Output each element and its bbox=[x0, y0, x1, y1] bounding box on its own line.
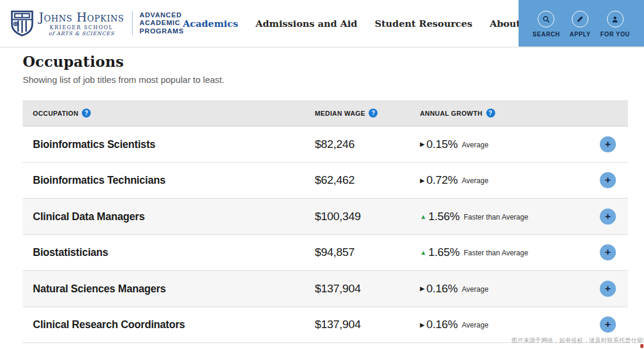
table-row: Clinical Data Managers$100,349▲1.56%Fast… bbox=[23, 199, 628, 235]
person-icon bbox=[607, 11, 624, 27]
median-wage-value: $82,246 bbox=[315, 138, 355, 151]
nav-admissions-and-aid[interactable]: Admissions and Aid bbox=[256, 18, 358, 29]
growth-label: Faster than Average bbox=[464, 249, 528, 257]
plus-icon: + bbox=[605, 283, 611, 293]
expand-row-button[interactable]: + bbox=[600, 280, 616, 297]
page-subtitle: Showing list of job titles from most pop… bbox=[23, 75, 621, 85]
for-you-button[interactable]: FOR YOU bbox=[600, 9, 630, 38]
table-header-row: OCCUPATION ? MEDIAN WAGE ? ANNUAL GROWTH… bbox=[23, 100, 628, 126]
annual-growth-cell: ▶0.72%Average bbox=[420, 174, 489, 187]
jhu-shield-icon bbox=[11, 10, 33, 36]
annual-growth-cell: ▶0.16%Average bbox=[420, 282, 489, 295]
main-nav: Academics Admissions and Aid Student Res… bbox=[183, 0, 520, 47]
column-header-occupation: OCCUPATION ? bbox=[33, 100, 91, 126]
trend-flat-icon: ▶ bbox=[420, 322, 425, 328]
help-icon[interactable]: ? bbox=[369, 109, 378, 118]
logo-school-line1: KRIEGER SCHOOL bbox=[39, 24, 124, 30]
watermark: 图片来源于网络，如有侵权，请及时联系托普仕留学删除 bbox=[511, 336, 644, 345]
table-row: Bioinformatics Scientists$82,246▶0.15%Av… bbox=[23, 126, 628, 163]
search-button[interactable]: SEARCH bbox=[533, 9, 560, 38]
expand-row-button[interactable]: + bbox=[600, 317, 616, 333]
trend-flat-icon: ▶ bbox=[420, 141, 425, 147]
table-row: Bioinformatics Technicians$62,462▶0.72%A… bbox=[23, 163, 628, 199]
plus-icon: + bbox=[605, 138, 611, 149]
pencil-icon bbox=[572, 11, 588, 27]
column-header-annual-growth: ANNUAL GROWTH ? bbox=[420, 100, 495, 126]
main-content: Occupations Showing list of job titles f… bbox=[0, 54, 644, 343]
growth-label: Faster than Average bbox=[464, 213, 528, 221]
median-wage-value: $94,857 bbox=[315, 246, 355, 259]
median-wage-value: $100,349 bbox=[315, 210, 361, 223]
growth-percent: 0.16% bbox=[427, 282, 458, 295]
help-icon[interactable]: ? bbox=[82, 109, 91, 118]
watermark-logo-mark bbox=[640, 344, 643, 348]
growth-percent: 1.65% bbox=[428, 246, 459, 259]
occupation-name[interactable]: Bioinformatics Technicians bbox=[33, 174, 165, 187]
occupation-name[interactable]: Clinical Data Managers bbox=[33, 210, 145, 223]
trend-up-icon: ▲ bbox=[420, 213, 427, 220]
median-wage-value: $62,462 bbox=[315, 174, 355, 187]
expand-row-button[interactable]: + bbox=[600, 172, 616, 189]
for-you-label: FOR YOU bbox=[600, 31, 630, 38]
occupation-name[interactable]: Clinical Research Coordinators bbox=[33, 319, 185, 331]
apply-label: APPLY bbox=[569, 31, 590, 38]
plus-icon: + bbox=[605, 319, 611, 329]
page-title: Occupations bbox=[23, 54, 621, 70]
nav-student-resources[interactable]: Student Resources bbox=[375, 18, 472, 29]
occupation-name[interactable]: Natural Sciences Managers bbox=[33, 282, 166, 295]
search-label: SEARCH bbox=[533, 31, 560, 38]
plus-icon: + bbox=[605, 247, 611, 257]
apply-button[interactable]: APPLY bbox=[569, 9, 590, 38]
occupation-name[interactable]: Bioinformatics Scientists bbox=[33, 138, 155, 150]
table-row: Biostatisticians$94,857▲1.65%Faster than… bbox=[23, 235, 628, 271]
median-wage-value: $137,904 bbox=[315, 318, 361, 331]
utility-bar: SEARCH APPLY FOR YOU bbox=[519, 0, 644, 47]
logo-wordmark: Johns Hopkins bbox=[39, 11, 124, 24]
median-wage-value: $137,904 bbox=[315, 282, 361, 295]
occupations-table: OCCUPATION ? MEDIAN WAGE ? ANNUAL GROWTH… bbox=[23, 100, 628, 343]
column-header-median-wage: MEDIAN WAGE ? bbox=[315, 100, 378, 126]
table-body: Bioinformatics Scientists$82,246▶0.15%Av… bbox=[23, 126, 628, 343]
trend-flat-icon: ▶ bbox=[420, 285, 425, 292]
trend-up-icon: ▲ bbox=[420, 249, 427, 256]
expand-row-button[interactable]: + bbox=[600, 208, 616, 224]
page: Johns Hopkins KRIEGER SCHOOL of ARTS & S… bbox=[0, 0, 644, 349]
jhu-logo[interactable]: Johns Hopkins KRIEGER SCHOOL of ARTS & S… bbox=[11, 10, 184, 36]
occupation-name[interactable]: Biostatisticians bbox=[33, 246, 108, 259]
nav-academics[interactable]: Academics bbox=[183, 18, 238, 29]
logo-text: Johns Hopkins KRIEGER SCHOOL of ARTS & S… bbox=[39, 11, 124, 36]
annual-growth-cell: ▶0.16%Average bbox=[420, 318, 489, 331]
plus-icon: + bbox=[605, 175, 611, 185]
growth-percent: 0.15% bbox=[427, 138, 458, 151]
nav-about[interactable]: About bbox=[490, 18, 521, 29]
annual-growth-cell: ▲1.65%Faster than Average bbox=[420, 246, 528, 259]
table-row: Natural Sciences Managers$137,904▶0.16%A… bbox=[23, 271, 628, 307]
trend-flat-icon: ▶ bbox=[420, 177, 425, 184]
site-header: Johns Hopkins KRIEGER SCHOOL of ARTS & S… bbox=[0, 0, 644, 48]
expand-row-button[interactable]: + bbox=[600, 136, 616, 152]
growth-percent: 0.16% bbox=[427, 318, 458, 331]
growth-label: Average bbox=[462, 321, 488, 329]
logo-school-line2: of ARTS & SCIENCES bbox=[39, 30, 124, 36]
growth-percent: 0.72% bbox=[427, 174, 458, 187]
expand-row-button[interactable]: + bbox=[600, 245, 616, 261]
search-icon bbox=[538, 11, 554, 27]
logo-program-name: ADVANCED ACADEMIC PROGRAMS bbox=[132, 11, 184, 36]
growth-label: Average bbox=[462, 177, 488, 185]
annual-growth-cell: ▲1.56%Faster than Average bbox=[420, 210, 528, 223]
growth-label: Average bbox=[462, 141, 488, 149]
plus-icon: + bbox=[605, 211, 611, 221]
growth-percent: 1.56% bbox=[428, 210, 459, 223]
growth-label: Average bbox=[462, 285, 488, 294]
annual-growth-cell: ▶0.15%Average bbox=[420, 138, 489, 151]
help-icon[interactable]: ? bbox=[486, 109, 495, 118]
